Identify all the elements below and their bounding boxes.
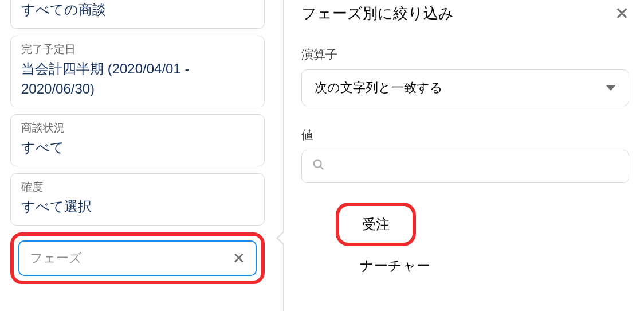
value-label: 値 — [301, 127, 629, 143]
highlight-phase-filter: フェーズ ✕ — [10, 232, 265, 284]
filter-card-probability[interactable]: 確度 すべて選択 — [10, 173, 265, 226]
filter-label: 確度 — [21, 180, 254, 195]
filter-label: 商談状況 — [21, 120, 254, 135]
option-nurture[interactable]: ナーチャー — [360, 258, 430, 273]
phase-placeholder: フェーズ — [30, 250, 82, 267]
svg-point-0 — [314, 160, 321, 168]
operator-value: 次の文字列と一致する — [315, 79, 443, 96]
panel-divider — [283, 0, 284, 311]
filter-card-close-date[interactable]: 完了予定日 当会計四半期 (2020/04/01 - 2020/06/30) — [10, 36, 265, 108]
svg-line-1 — [320, 166, 324, 170]
option-received[interactable]: 受注 — [362, 216, 390, 232]
filter-value: すべて — [21, 138, 254, 158]
close-icon[interactable]: ✕ — [615, 5, 629, 22]
phase-filter-field[interactable]: フェーズ ✕ — [18, 240, 257, 276]
phase-filter-panel: フェーズ別に絞り込み ✕ 演算子 次の文字列と一致する 値 受注 ナーチャー — [275, 0, 644, 311]
search-icon — [312, 158, 325, 174]
operator-label: 演算子 — [301, 46, 629, 63]
filter-value: 当会計四半期 (2020/04/01 - 2020/06/30) — [21, 59, 254, 99]
option-list: 受注 ナーチャー — [301, 203, 629, 275]
operator-select[interactable]: 次の文字列と一致する — [301, 69, 629, 106]
filter-value: すべての商談 — [21, 0, 254, 20]
panel-header: フェーズ別に絞り込み ✕ — [301, 3, 629, 24]
chevron-down-icon — [606, 85, 616, 91]
filters-panel: すべての商談 完了予定日 当会計四半期 (2020/04/01 - 2020/0… — [0, 0, 275, 311]
filter-value: すべて選択 — [21, 197, 254, 217]
value-search-input[interactable] — [301, 150, 629, 183]
clear-icon[interactable]: ✕ — [233, 251, 245, 266]
highlight-option-received: 受注 — [336, 203, 416, 246]
filter-card-opportunity-status[interactable]: 商談状況 すべて — [10, 114, 265, 166]
filter-label: 完了予定日 — [21, 42, 254, 57]
filter-card-display[interactable]: すべての商談 — [10, 0, 265, 29]
panel-title: フェーズ別に絞り込み — [301, 3, 454, 24]
